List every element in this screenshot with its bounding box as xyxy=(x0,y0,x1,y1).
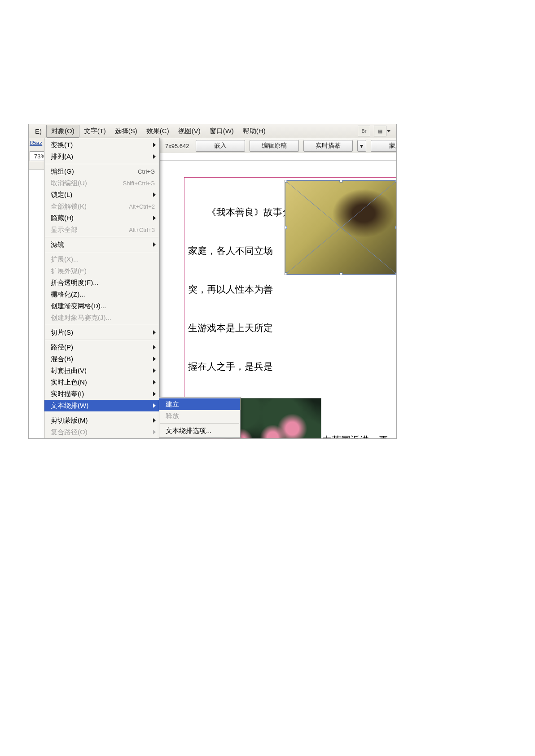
edit-original-button[interactable]: 编辑原稿 xyxy=(250,140,299,152)
menu-item-filter[interactable]: 滤镜 xyxy=(44,239,159,250)
menu-view[interactable]: 视图(V) xyxy=(174,125,205,137)
menu-item-clipping-mask[interactable]: 剪切蒙版(M) xyxy=(44,415,159,426)
menu-item-envelope-distort[interactable]: 封套扭曲(V) xyxy=(44,365,159,376)
menu-separator xyxy=(45,413,158,413)
menu-separator xyxy=(45,252,158,252)
menu-separator xyxy=(45,325,158,325)
svg-rect-3 xyxy=(285,180,287,182)
menu-select[interactable]: 选择(S) xyxy=(110,125,142,137)
selection-bbox-icon xyxy=(285,180,396,275)
svg-rect-10 xyxy=(395,226,396,229)
menu-item-show-all: 显示全部Alt+Ctrl+3 xyxy=(44,224,159,236)
menu-item-blend[interactable]: 混合(B) xyxy=(44,353,159,365)
text-wrap-submenu: 建立 释放 文本绕排选项... xyxy=(159,397,241,438)
menu-type[interactable]: 文字(T) xyxy=(79,125,110,137)
submenu-item-make[interactable]: 建立 xyxy=(159,398,240,410)
arrange-workspace-icon[interactable]: ▦ xyxy=(374,126,386,136)
menu-item-expand-appearance: 扩展外观(E) xyxy=(44,265,159,277)
body-line: 突，再以人性本为善 xyxy=(188,283,393,296)
menu-separator xyxy=(160,423,239,424)
menu-item-ungroup: 取消编组(U)Shift+Ctrl+G xyxy=(44,177,159,189)
svg-rect-4 xyxy=(395,180,396,182)
menu-item-flatten-transparency[interactable]: 拼合透明度(F)... xyxy=(44,277,159,288)
svg-rect-5 xyxy=(285,273,287,275)
menu-item-transform[interactable]: 变换(T) xyxy=(44,139,159,151)
submenu-item-release: 释放 xyxy=(159,410,240,422)
menu-item-lock[interactable]: 锁定(L) xyxy=(44,189,159,201)
wrap-text-frame: 由英国返港，再 富豪齐乔正，拼 的发迹甚富传奇 名声显赫。但名 xyxy=(322,409,396,438)
menu-item-text-wrap[interactable]: 文本绕排(W) xyxy=(44,400,159,411)
document-tab-strip: 85az 73% xyxy=(29,138,44,170)
menubar: E) 对象(O) 文字(T) 选择(S) 效果(C) 视图(V) 窗口(W) 帮… xyxy=(29,124,396,138)
menu-item-arrange[interactable]: 排列(A) xyxy=(44,151,159,162)
app-window: E) 对象(O) 文字(T) 选择(S) 效果(C) 视图(V) 窗口(W) 帮… xyxy=(28,124,397,439)
body-line: 握在人之手，是兵是 xyxy=(188,360,393,373)
menu-item-slice[interactable]: 切片(S) xyxy=(44,327,159,338)
menu-item-rasterize[interactable]: 栅格化(Z)... xyxy=(44,288,159,300)
menu-item-live-paint[interactable]: 实时上色(N) xyxy=(44,376,159,388)
document-tab[interactable]: 85az xyxy=(29,138,44,148)
menu-item-expand: 扩展(X)... xyxy=(44,253,159,265)
menu-item-live-trace[interactable]: 实时描摹(I) xyxy=(44,388,159,400)
menu-item-create-mosaic: 创建对象马赛克(J)... xyxy=(44,312,159,323)
menu-object[interactable]: 对象(O) xyxy=(46,125,79,138)
menu-item-group[interactable]: 编组(G)Ctrl+G xyxy=(44,166,159,177)
submenu-item-wrap-options[interactable]: 文本绕排选项... xyxy=(159,425,240,437)
svg-rect-7 xyxy=(340,180,342,182)
svg-rect-6 xyxy=(395,273,396,275)
wrap-line: 由英国返港，再 xyxy=(322,434,396,438)
live-trace-dropdown[interactable]: ▾ xyxy=(357,140,366,152)
menu-separator xyxy=(45,164,158,164)
mask-button[interactable]: 蒙版 xyxy=(371,140,397,152)
svg-rect-8 xyxy=(340,273,342,275)
svg-rect-9 xyxy=(285,226,287,229)
bridge-icon[interactable]: Br xyxy=(358,126,370,136)
menu-window[interactable]: 窗口(W) xyxy=(205,125,238,137)
menu-effect[interactable]: 效果(C) xyxy=(142,125,174,137)
menu-item-compound-path: 复合路径(O) xyxy=(44,426,159,438)
embed-button[interactable]: 嵌入 xyxy=(196,140,245,152)
object-menu-dropdown: 变换(T) 排列(A) 编组(G)Ctrl+G 取消编组(U)Shift+Ctr… xyxy=(44,138,160,439)
menu-item-create-gradient-mesh[interactable]: 创建渐变网格(D)... xyxy=(44,300,159,312)
live-trace-button[interactable]: 实时描摹 xyxy=(303,140,353,152)
menu-separator xyxy=(45,237,158,237)
menu-item-unlock-all: 全部解锁(K)Alt+Ctrl+2 xyxy=(44,201,159,212)
menu-separator xyxy=(45,340,158,340)
menu-help[interactable]: 帮助(H) xyxy=(238,125,270,137)
menu-item-path[interactable]: 路径(P) xyxy=(44,341,159,353)
menu-item-hide[interactable]: 隐藏(H) xyxy=(44,212,159,224)
placed-image-portrait[interactable] xyxy=(285,180,396,275)
body-line: 生游戏本是上天所定 xyxy=(188,322,393,334)
menu-prev-partial: E) xyxy=(31,126,46,137)
dimension-readout: 7x95.642 xyxy=(163,142,191,150)
